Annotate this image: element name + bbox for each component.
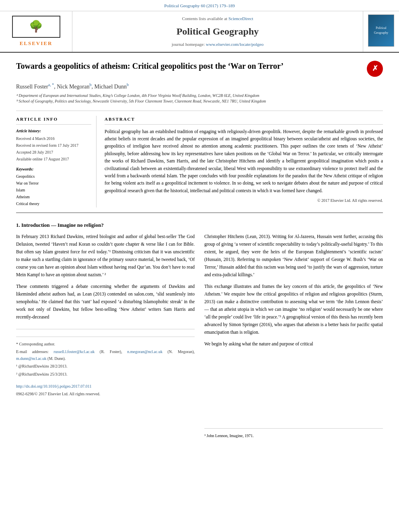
abstract-heading: ABSTRACT	[105, 116, 383, 125]
sciencedirect-link[interactable]: ScienceDirect	[228, 16, 253, 21]
affiliation-b: ᵇ School of Geography, Politics and Soci…	[16, 99, 383, 104]
abstract-section: ABSTRACT Political geography has an esta…	[105, 116, 383, 207]
abstract-text: Political geography has an established t…	[105, 128, 383, 195]
affiliations: ᵃ Department of European and Internation…	[16, 93, 383, 104]
crossmark-icon: ✗	[367, 61, 383, 77]
keyword-3: Islam	[16, 187, 91, 193]
body-right-col: Christopher Hitchens (Lean, 2013). Writi…	[204, 233, 383, 440]
paper-title: Towards a geopolitics of atheism: Critic…	[16, 61, 363, 71]
corresponding-author: * Corresponding author.	[16, 341, 195, 348]
journal-cover: Political Geography	[368, 14, 394, 47]
keywords-section: Keywords: Geopolitics War on Terror Isla…	[16, 166, 91, 207]
body-left-para2: These comments triggered a debate concer…	[16, 283, 195, 321]
section-1-heading: 1. Introduction — Imagine no religion?	[16, 221, 383, 229]
email1-link[interactable]: russell.l.foster@kcl.ac.uk	[53, 349, 95, 354]
author-megoran-sup: b	[89, 82, 91, 87]
author-foster-sup: a, *	[48, 82, 54, 87]
footnote-divider	[16, 337, 195, 337]
authors-line: Russell Fostera, *, Nick Megoranb, Micha…	[16, 82, 383, 91]
homepage-label: journal homepage:	[172, 42, 205, 47]
email3-who: (M. Dunn).	[47, 356, 66, 361]
body-right-para1: Christopher Hitchens (Lean, 2013). Writi…	[204, 233, 383, 279]
keyword-1: Geopolitics	[16, 173, 91, 179]
journal-header-center: Contents lists available at ScienceDirec…	[72, 11, 363, 52]
journal-header-right: Political Geography	[363, 11, 399, 52]
body-content: 1. Introduction — Imagine no religion? I…	[16, 212, 383, 441]
email3-link[interactable]: m.dunn@ncl.ac.uk	[16, 356, 47, 361]
sciencedirect-prefix: Contents lists available at	[182, 16, 227, 21]
body-right-para2: This exchange illustrates and frames the…	[204, 283, 383, 336]
journal-homepage: journal homepage: www.elsevier.com/locat…	[80, 41, 355, 48]
footnotes: * Corresponding author. E-mail addresses…	[16, 329, 195, 378]
elsevier-text: ELSEVIER	[20, 39, 53, 47]
paper-content: Towards a geopolitics of atheism: Critic…	[0, 53, 399, 449]
copyright-notice: © 2017 Elsevier Ltd. All rights reserved…	[105, 197, 383, 203]
journal-reference: Political Geography 60 (2017) 179–189	[164, 3, 234, 8]
article-info: ARTICLE INFO Article history: Received 4…	[16, 116, 97, 207]
email-label: E-mail addresses:	[16, 349, 49, 354]
journal-title: Political Geography	[80, 24, 355, 39]
right-footnote-divider	[204, 428, 383, 429]
issn-line: 0962-6298/© 2017 Elsevier Ltd. All right…	[16, 391, 195, 398]
right-footnotes: ³ John Lennon, Imagine, 1971.	[204, 428, 383, 440]
email1-who: (R. Foster),	[100, 349, 122, 354]
journal-header-left: ELSEVIER	[0, 11, 72, 52]
author-dunn: Michael Dunn	[94, 83, 126, 89]
doi-anchor[interactable]: http://dx.doi.org/10.1016/j.polgeo.2017.…	[16, 384, 92, 388]
elsevier-logo: ELSEVIER	[12, 16, 60, 47]
keywords-label: Keywords:	[16, 166, 91, 172]
cover-text: Political Geography	[370, 26, 392, 35]
email-line: E-mail addresses: russell.l.foster@kcl.a…	[16, 349, 195, 362]
article-info-heading: ARTICLE INFO	[16, 116, 91, 125]
available-date: Available online 17 August 2017	[16, 156, 91, 162]
journal-header: ELSEVIER Contents lists available at Sci…	[0, 11, 399, 53]
body-left-col: In February 2013 Richard Dawkins, retire…	[16, 233, 195, 440]
body-left-para1: In February 2013 Richard Dawkins, retire…	[16, 233, 195, 279]
revised-date: Received in revised form 17 July 2017	[16, 142, 91, 148]
author-dunn-sup: b	[127, 82, 129, 87]
author-megoran: Nick Megoran	[57, 83, 89, 89]
email2-link[interactable]: n.megoran@ncl.ac.uk	[127, 349, 162, 354]
body-two-col: In February 2013 Richard Dawkins, retire…	[16, 233, 383, 440]
received-date: Received 4 March 2016	[16, 136, 91, 142]
body-right-para3: We begin by asking what the nature and p…	[204, 340, 383, 348]
footnote-2: ² @RichardDawkins 25/3/2013.	[16, 371, 195, 378]
email2-who: (N. Megoran),	[168, 349, 195, 354]
keyword-2: War on Terror	[16, 180, 91, 186]
logo-box	[12, 16, 60, 38]
author-foster: Russell Foster	[16, 83, 48, 89]
affiliation-a: ᵃ Department of European and Internation…	[16, 93, 383, 99]
keyword-5: Critical theory	[16, 201, 91, 207]
top-bar: Political Geography 60 (2017) 179–189	[0, 0, 399, 11]
accepted-date: Accepted 28 July 2017	[16, 149, 91, 155]
info-abstract-section: ARTICLE INFO Article history: Received 4…	[16, 111, 383, 207]
homepage-url[interactable]: www.elsevier.com/locate/polgeo	[206, 42, 263, 47]
keyword-4: Atheism	[16, 194, 91, 200]
footnote-1: ¹ @RichardDawkins 28/2/2013.	[16, 363, 195, 370]
history-label: Article history:	[16, 128, 91, 134]
footnote-3: ³ John Lennon, Imagine, 1971.	[204, 433, 383, 440]
doi-link[interactable]: http://dx.doi.org/10.1016/j.polgeo.2017.…	[16, 383, 195, 390]
page: Political Geography 60 (2017) 179–189 EL…	[0, 0, 399, 448]
sciencedirect-line: Contents lists available at ScienceDirec…	[80, 15, 355, 22]
